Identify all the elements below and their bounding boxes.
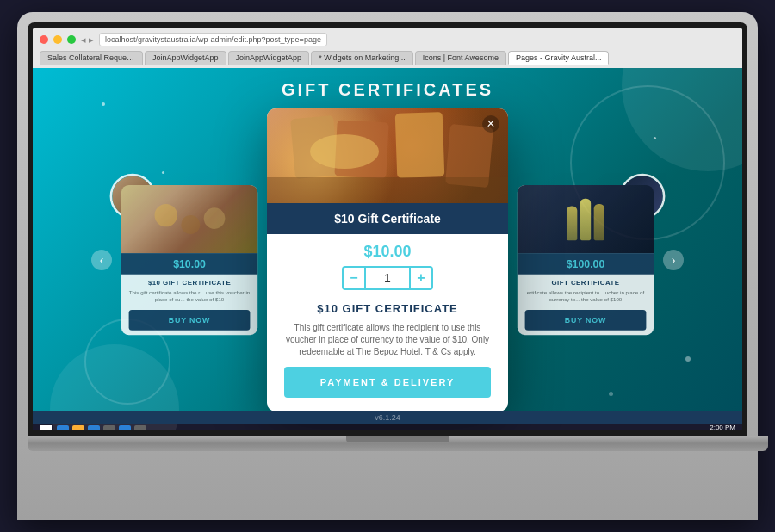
tab-1[interactable]: Sales Collateral Reques... (40, 51, 143, 65)
laptop-base (28, 436, 768, 451)
browser-chrome: ◂ ▸ localhost/gravitystaustralia/wp-admi… (33, 28, 742, 68)
payment-delivery-button[interactable]: PAYMENT & DELIVERY (284, 367, 491, 398)
modal-price: $10.00 (267, 234, 508, 266)
modal-header: $10 Gift Certificate (267, 203, 508, 234)
taskbar-time: 2:00 PM 5/01/2018 (704, 424, 735, 430)
card-title-left: $10 GIFT CERTIFICATE (129, 279, 251, 287)
modal-cert-title: $10 GIFT CERTIFICATE (267, 299, 508, 319)
quantity-control: − + (342, 266, 433, 290)
card-price-right: $100.00 (518, 253, 654, 275)
quantity-plus-button[interactable]: + (409, 266, 433, 290)
laptop-notch (346, 436, 450, 442)
card-desc-right: ertificate allows the recipient to... uc… (525, 288, 647, 302)
windows-icon (40, 425, 52, 430)
page-title: GIFT CERTIFICATES (282, 68, 493, 108)
back-button[interactable]: ◂ (81, 34, 86, 46)
window-btn-red[interactable] (40, 35, 48, 44)
laptop-outer: ◂ ▸ localhost/gravitystaustralia/wp-admi… (17, 12, 758, 520)
browser: ◂ ▸ localhost/gravitystaustralia/wp-admi… (33, 28, 742, 430)
cards-row: ‹ (33, 108, 742, 411)
prev-arrow[interactable]: ‹ (91, 250, 112, 270)
website-content: GIFT CERTIFICATES ‹ (33, 68, 742, 430)
card-desc-left: This gift certificate allows the r... us… (129, 288, 251, 302)
buy-now-button-right[interactable]: BUY NOW (525, 310, 647, 331)
buy-now-button-left[interactable]: BUY NOW (129, 310, 251, 331)
tab-4[interactable]: * Widgets on Marketing... (311, 51, 413, 65)
forward-button[interactable]: ▸ (89, 34, 94, 46)
modal-image (267, 108, 508, 203)
screen-bezel: ◂ ▸ localhost/gravitystaustralia/wp-admi… (28, 22, 747, 436)
modal-cert-description: This gift certificate allows the recipie… (267, 319, 508, 367)
card-img-champagne-right (518, 185, 654, 253)
modal-wrapper: × $10 Gift Certificate $10.00 − + $10 GI… (267, 108, 508, 411)
next-arrow[interactable]: › (663, 250, 684, 270)
gift-card-left: $10.00 $10 GIFT CERTIFICATE This gift ce… (121, 185, 257, 335)
window-btn-yellow[interactable] (53, 35, 62, 44)
tab-5[interactable]: Icons | Font Awesome (415, 51, 506, 65)
tab-2[interactable]: JoinAppWidgetApp (145, 51, 226, 65)
quantity-input[interactable] (366, 266, 409, 290)
modal: × $10 Gift Certificate $10.00 − + $10 GI… (267, 108, 508, 411)
card-title-right: GIFT CERTIFICATE (525, 279, 647, 287)
gift-card-right: $100.00 GIFT CERTIFICATE ertificate allo… (518, 185, 654, 335)
quantity-minus-button[interactable]: − (342, 266, 366, 290)
card-price-left: $10.00 (121, 253, 257, 275)
version-bar: v6.1.24 (33, 411, 742, 424)
laptop-container: ◂ ▸ localhost/gravitystaustralia/wp-admi… (17, 12, 758, 520)
card-img-food-left (121, 185, 257, 253)
modal-close-button[interactable]: × (482, 115, 499, 133)
tab-6[interactable]: Pages - Gravity Austral... (508, 51, 610, 65)
window-btn-green[interactable] (67, 35, 76, 44)
address-bar[interactable]: localhost/gravitystaustralia/wp-admin/ed… (99, 33, 327, 46)
tab-3[interactable]: JoinAppWidgetApp (228, 51, 310, 65)
address-text: localhost/gravitystaustralia/wp-admin/ed… (105, 35, 321, 44)
